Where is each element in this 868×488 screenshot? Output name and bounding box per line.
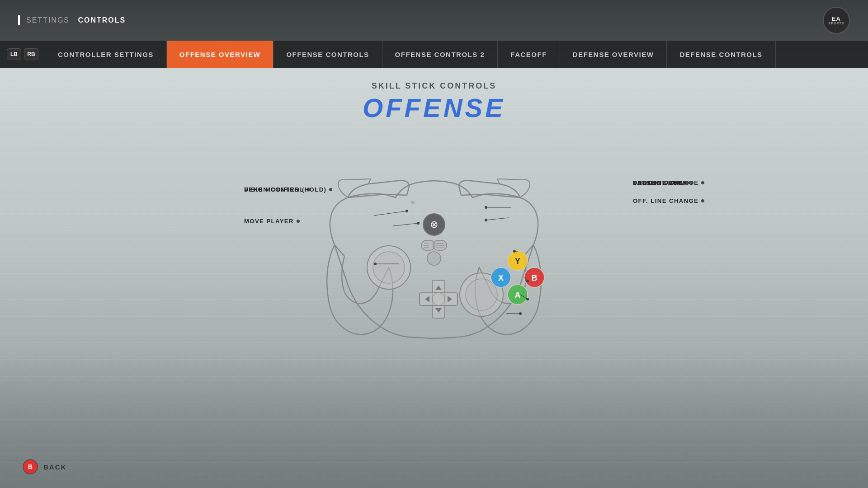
controller-diagram: ⊗ Y B X A xyxy=(231,127,637,362)
ea-logo-line1: EA xyxy=(832,15,841,22)
svg-point-21 xyxy=(427,252,441,265)
svg-text:X: X xyxy=(498,273,504,282)
nav-tabs: LB RB CONTROLLER SETTINGS OFFENSE OVERVI… xyxy=(0,41,868,68)
svg-point-37 xyxy=(485,206,487,209)
tab-defense-controls[interactable]: DEFENSE CONTROLS xyxy=(667,41,775,68)
tab-controller-settings[interactable]: CONTROLLER SETTINGS xyxy=(45,41,167,68)
header-bar: SETTINGS CONTROLS EA SPORTS xyxy=(0,0,868,41)
label-off-line-change: OFF. LINE CHANGE xyxy=(633,197,704,204)
title-area: SKILL STICK CONTROLS OFFENSE xyxy=(363,81,505,123)
main-content: SKILL STICK CONTROLS OFFENSE xyxy=(0,68,868,488)
svg-line-32 xyxy=(393,223,418,226)
svg-text:Y: Y xyxy=(515,257,520,266)
tab-offense-controls-2[interactable]: OFFENSE CONTROLS 2 xyxy=(382,41,498,68)
breadcrumb-controls: CONTROLS xyxy=(78,16,126,24)
title-subtitle: SKILL STICK CONTROLS xyxy=(363,81,505,91)
svg-point-1 xyxy=(373,252,405,283)
label-deke-modifier: DEKE MODIFIER (HOLD) xyxy=(244,186,332,193)
label-move-player: MOVE PLAYER xyxy=(244,218,300,225)
svg-text:⊗: ⊗ xyxy=(430,219,438,230)
ea-sports-logo: EA SPORTS xyxy=(823,7,850,34)
svg-point-3 xyxy=(466,279,497,310)
tab-offense-overview[interactable]: OFFENSE OVERVIEW xyxy=(167,41,274,68)
svg-point-39 xyxy=(485,219,487,221)
breadcrumb-separator xyxy=(72,16,75,24)
breadcrumb-bar-icon xyxy=(18,15,20,25)
svg-line-30 xyxy=(374,211,407,216)
svg-text:A: A xyxy=(515,291,521,300)
lb-rb-buttons: LB RB xyxy=(0,41,45,68)
svg-point-41 xyxy=(513,250,516,253)
svg-point-45 xyxy=(526,298,529,300)
breadcrumb: SETTINGS CONTROLS xyxy=(18,15,126,25)
svg-point-47 xyxy=(519,312,522,315)
controller-svg: ⊗ Y B X A xyxy=(231,127,637,362)
label-shoot-deke: SHOOT / DEKE xyxy=(633,179,689,186)
svg-point-35 xyxy=(374,263,377,265)
back-b-button[interactable]: B xyxy=(23,459,38,474)
bottom-bar: B BACK xyxy=(23,459,66,474)
svg-line-38 xyxy=(486,218,509,220)
svg-text:B: B xyxy=(532,273,538,282)
tab-faceoff[interactable]: FACEOFF xyxy=(498,41,560,68)
breadcrumb-settings: SETTINGS xyxy=(26,16,70,24)
back-label: BACK xyxy=(43,463,66,471)
lb-button[interactable]: LB xyxy=(7,48,21,60)
svg-point-31 xyxy=(406,210,408,212)
svg-point-43 xyxy=(526,280,529,282)
title-main: OFFENSE xyxy=(363,93,505,123)
ea-logo-line2: SPORTS xyxy=(829,22,844,25)
tab-defense-overview[interactable]: DEFENSE OVERVIEW xyxy=(560,41,667,68)
rb-button[interactable]: RB xyxy=(24,48,38,60)
svg-point-6 xyxy=(432,293,445,305)
svg-point-33 xyxy=(417,222,420,225)
tab-offense-controls[interactable]: OFFENSE CONTROLS xyxy=(274,41,382,68)
